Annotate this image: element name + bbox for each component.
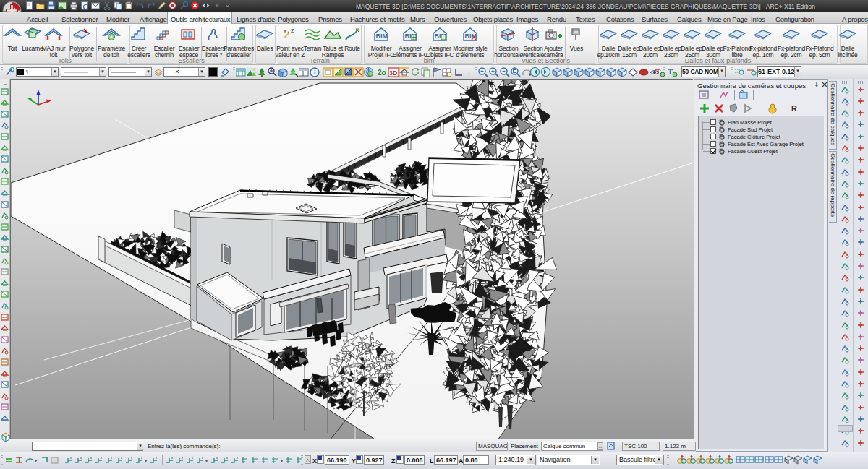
svg-text:-,: -, (466, 68, 470, 75)
svg-text:2o: 2o (378, 69, 386, 77)
svg-text:Z: Z (291, 27, 294, 34)
svg-text:BIM: BIM (376, 33, 388, 40)
svg-text:3D: 3D (389, 69, 398, 77)
